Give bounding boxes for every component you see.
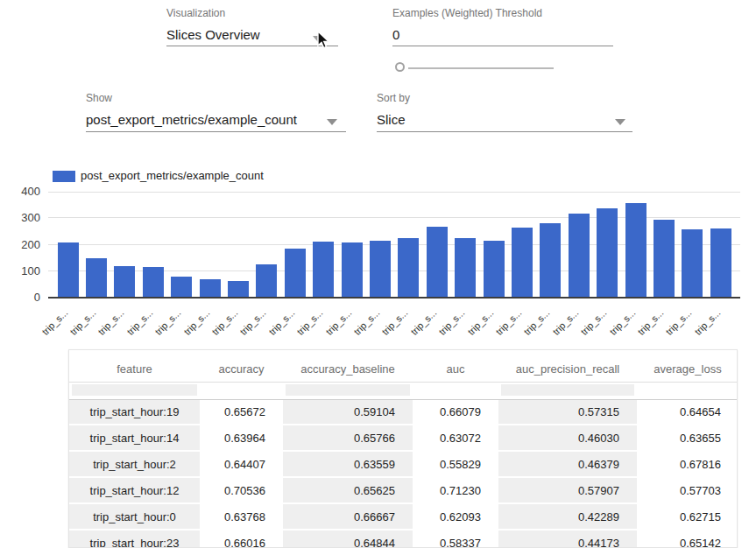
bar-15[interactable] [484, 241, 505, 297]
y-axis-tick-label: 300 [5, 211, 40, 224]
cell-auc: 0.62093 [413, 504, 498, 530]
column-header-accuracy[interactable]: accuracy [200, 350, 283, 383]
cell-auc_precision_recall: 0.57315 [498, 399, 637, 425]
column-header-accuracy_baseline[interactable]: accuracy_baseline [283, 350, 413, 383]
column-filter-input[interactable] [72, 384, 197, 396]
bar-4[interactable] [171, 277, 192, 297]
bar-18[interactable] [569, 214, 590, 297]
bar-23[interactable] [710, 228, 731, 297]
column-header-average_loss[interactable]: average_loss [637, 350, 738, 383]
column-header-feature[interactable]: feature [69, 350, 200, 383]
visualization-select-value[interactable]: Slices Overview [166, 27, 260, 42]
bar-5[interactable] [200, 279, 221, 297]
visualization-select-underline [166, 46, 338, 46]
y-axis-tick-label: 200 [5, 238, 40, 251]
cell-feature: trip_start_hour:14 [69, 425, 200, 452]
cell-auc_precision_recall: 0.46379 [498, 452, 637, 478]
bar-13[interactable] [427, 227, 448, 297]
bar-20[interactable] [625, 203, 646, 297]
y-axis-tick-label: 0 [5, 291, 40, 304]
table-row[interactable]: trip_start_hour:120.705360.656250.712300… [69, 478, 738, 504]
cell-average_loss: 0.64654 [637, 399, 738, 425]
bar-19[interactable] [597, 208, 618, 297]
metrics-table: featureaccuracyaccuracy_baselineaucauc_p… [68, 349, 738, 548]
cell-accuracy: 0.66016 [200, 530, 283, 548]
column-filter-input[interactable] [501, 384, 634, 396]
threshold-input-underline [392, 46, 613, 46]
cell-feature: trip_start_hour:23 [69, 530, 200, 548]
table-row[interactable]: trip_start_hour:00.637680.666670.620930.… [69, 504, 738, 530]
cell-auc: 0.58337 [413, 530, 498, 548]
y-axis-tick-label: 100 [5, 264, 40, 278]
cell-auc: 0.55829 [413, 452, 498, 478]
threshold-label: Examples (Weighted) Threshold [392, 7, 542, 19]
cell-feature: trip_start_hour:0 [69, 504, 200, 530]
bar-7[interactable] [256, 264, 277, 297]
column-filter-input[interactable] [286, 384, 410, 396]
cell-auc: 0.71230 [413, 478, 498, 504]
cell-accuracy_baseline: 0.65766 [283, 425, 413, 452]
bar-0[interactable] [58, 242, 79, 297]
sort-by-select-value[interactable]: Slice [377, 112, 406, 127]
cell-auc_precision_recall: 0.42289 [498, 504, 637, 530]
show-select-value[interactable]: post_export_metrics/example_count [86, 112, 297, 127]
cell-auc_precision_recall: 0.57907 [498, 478, 637, 504]
cell-accuracy_baseline: 0.65625 [283, 478, 413, 504]
cell-auc: 0.66079 [413, 399, 498, 425]
show-label: Show [86, 92, 112, 104]
bar-6[interactable] [228, 281, 249, 297]
bar-16[interactable] [512, 228, 533, 297]
cell-average_loss: 0.63655 [637, 425, 738, 452]
x-axis-baseline [48, 297, 740, 299]
threshold-slider-track[interactable] [408, 67, 554, 69]
table-row[interactable]: trip_start_hour:20.644070.635590.558290.… [69, 452, 738, 478]
bar-17[interactable] [540, 223, 561, 297]
bar-chart-plot-area [48, 192, 740, 298]
y-axis-tick-label: 400 [5, 185, 40, 198]
bar-10[interactable] [342, 242, 363, 297]
bar-14[interactable] [455, 238, 476, 297]
cell-accuracy: 0.63964 [200, 425, 283, 452]
table-row[interactable]: trip_start_hour:230.660160.648440.583370… [69, 530, 738, 548]
bar-12[interactable] [398, 238, 419, 297]
column-filter-input[interactable] [415, 384, 496, 396]
cell-accuracy_baseline: 0.63559 [283, 452, 413, 478]
cell-average_loss: 0.67816 [637, 452, 738, 478]
bar-8[interactable] [285, 249, 306, 297]
chevron-down-icon[interactable] [615, 119, 625, 125]
legend-swatch [53, 171, 75, 182]
cell-feature: trip_start_hour:2 [69, 452, 200, 478]
bar-2[interactable] [114, 266, 135, 297]
threshold-slider-thumb[interactable] [395, 62, 405, 72]
bar-3[interactable] [143, 267, 164, 297]
cell-accuracy_baseline: 0.59104 [283, 399, 413, 425]
bar-9[interactable] [313, 242, 334, 297]
bar-11[interactable] [370, 241, 391, 297]
cell-average_loss: 0.57703 [637, 478, 738, 504]
threshold-input[interactable]: 0 [392, 27, 399, 42]
cell-accuracy: 0.70536 [200, 478, 283, 504]
table-row[interactable]: trip_start_hour:190.656720.591040.660790… [69, 399, 738, 425]
cell-accuracy: 0.65672 [200, 399, 283, 425]
chevron-down-icon[interactable] [327, 119, 337, 125]
cell-feature: trip_start_hour:12 [69, 478, 200, 504]
table-filter-row [69, 383, 738, 399]
cell-accuracy: 0.64407 [200, 452, 283, 478]
cell-auc_precision_recall: 0.44173 [498, 530, 637, 548]
bar-22[interactable] [682, 229, 703, 297]
column-filter-input[interactable] [639, 384, 736, 396]
cell-accuracy_baseline: 0.64844 [283, 530, 413, 548]
table-row[interactable]: trip_start_hour:140.639640.657660.630720… [69, 425, 738, 452]
legend-label: post_export_metrics/example_count [81, 169, 264, 182]
bar-1[interactable] [86, 258, 107, 297]
sort-by-select-underline [377, 131, 632, 132]
show-select-underline [86, 131, 346, 132]
mouse-cursor-icon [315, 31, 333, 50]
column-header-auc[interactable]: auc [413, 350, 498, 383]
bar-21[interactable] [654, 220, 675, 297]
column-header-auc_precision_recall[interactable]: auc_precision_recall [498, 350, 637, 383]
cell-auc_precision_recall: 0.46030 [498, 425, 637, 452]
gridline [48, 192, 740, 193]
cell-auc: 0.63072 [413, 425, 498, 452]
column-filter-input[interactable] [202, 384, 280, 396]
